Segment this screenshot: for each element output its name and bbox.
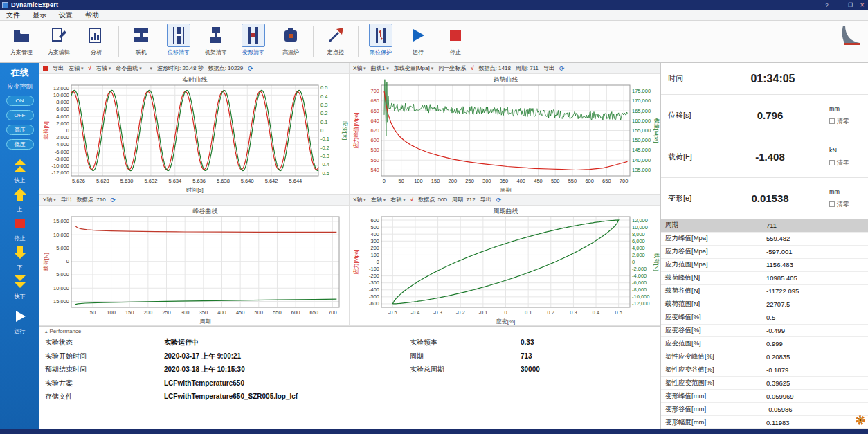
zero-control: 清零: [829, 117, 849, 126]
svg-text:8,000: 8,000: [56, 99, 69, 105]
stats-row[interactable]: 应变范围[%]0.999: [661, 337, 868, 350]
stats-row[interactable]: 塑性应变峰值[%]0.20835: [661, 350, 868, 363]
svg-text:155,000: 155,000: [632, 127, 651, 134]
stats-row[interactable]: 塑性应变范围[%]0.39625: [661, 377, 868, 390]
toolbar-button-label: 位移清零: [168, 48, 190, 56]
toolbar-button-run[interactable]: 运行: [400, 24, 436, 56]
toolbar-button-label: 停止: [450, 48, 461, 56]
checkmark-icon[interactable]: √: [88, 65, 91, 71]
svg-text:300: 300: [370, 238, 379, 244]
help-button[interactable]: ?: [821, 2, 833, 8]
refresh-icon[interactable]: ⟳: [496, 197, 502, 204]
toolbar-button-frame-zero[interactable]: 机架清零: [198, 24, 234, 56]
svg-text:-10,000: -10,000: [52, 163, 69, 169]
svg-text:峰谷曲线: 峰谷曲线: [193, 208, 218, 215]
svg-text:5,636: 5,636: [192, 178, 206, 184]
refresh-icon[interactable]: ⟳: [111, 197, 116, 204]
zero-checkbox[interactable]: [829, 118, 835, 124]
stats-value: 22707.5: [766, 300, 868, 308]
run-icon: [406, 24, 430, 47]
stats-row[interactable]: 应变峰值[%]0.5: [661, 311, 868, 325]
svg-text:640: 640: [370, 118, 379, 124]
checkmark-icon[interactable]: √: [471, 65, 473, 71]
settings-gear-icon[interactable]: [855, 415, 866, 427]
toolbar-button-connect[interactable]: 联机: [123, 24, 159, 56]
zero-control: 清零: [829, 200, 849, 209]
svg-text:时间[s]: 时间[s]: [186, 187, 203, 193]
stats-row[interactable]: 应力谷值[Mpa]-597.001: [661, 246, 868, 259]
jog-label: 运行: [15, 327, 26, 335]
zero-checkbox[interactable]: [829, 160, 835, 165]
chart-toolbar-label[interactable]: 导出: [61, 196, 72, 204]
toolbar-button-analysis[interactable]: 分析: [78, 24, 114, 56]
stats-row[interactable]: 变形谷值[mm]-0.05986: [661, 403, 868, 416]
toolbar-button-setpoint-control[interactable]: 定点控: [318, 24, 354, 56]
stats-row[interactable]: 载荷谷值[N]-11722.095: [661, 285, 868, 298]
svg-text:560: 560: [370, 157, 379, 163]
collapse-triangle-icon[interactable]: ▴: [45, 329, 48, 334]
maximize-button[interactable]: ❐: [844, 2, 856, 8]
chart-dropdown[interactable]: 命令曲线: [116, 64, 141, 72]
svg-text:-0.2: -0.2: [456, 309, 465, 316]
toolbar-button-deform-zero[interactable]: 变形清零: [235, 24, 271, 56]
minimize-button[interactable]: —: [833, 2, 844, 8]
jog-up-button[interactable]: 上: [12, 187, 28, 213]
chart-dropdown[interactable]: 右轴: [390, 196, 405, 204]
svg-text:160,000: 160,000: [632, 118, 651, 124]
toolbar-button-label: 运行: [413, 48, 424, 56]
jog-down-button[interactable]: 下: [12, 245, 28, 271]
stats-value: -0.05986: [766, 406, 868, 413]
stats-row[interactable]: 变形峰值[mm]0.059969: [661, 390, 868, 403]
svg-text:5,626: 5,626: [72, 178, 85, 184]
stats-row[interactable]: 载荷峰值[N]10985.405: [661, 272, 868, 285]
chart-toolbar-label[interactable]: 导出: [53, 64, 64, 72]
toolbar-button-displacement-zero[interactable]: 位移清零: [161, 24, 197, 56]
sidebar-button-on[interactable]: ON: [6, 96, 34, 106]
stats-row[interactable]: 周期711: [661, 219, 868, 233]
zero-checkbox[interactable]: [829, 201, 835, 207]
svg-text:10,000: 10,000: [632, 224, 648, 230]
chart-toolbar-label[interactable]: 导出: [480, 196, 491, 204]
jog-fast-up-button[interactable]: 快上: [12, 158, 28, 184]
toolbar-button-furnace[interactable]: 高温炉: [273, 24, 309, 56]
jog-run-button[interactable]: 运行: [12, 309, 28, 335]
chart-dropdown[interactable]: Y轴: [43, 196, 56, 204]
chart-dropdown[interactable]: 左轴: [69, 64, 83, 72]
sidebar-button-low-pressure[interactable]: 低压: [6, 139, 34, 150]
stats-row[interactable]: 载荷范围[N]22707.5: [661, 298, 868, 311]
stats-row[interactable]: 应力峰值[Mpa]559.482: [661, 233, 868, 246]
refresh-icon[interactable]: ⟳: [248, 65, 253, 72]
stats-row[interactable]: 塑性应变谷值[%]-0.1879: [661, 363, 868, 377]
toolbar-button-plan-manage[interactable]: 方案管理: [3, 24, 39, 56]
close-button[interactable]: ✕: [856, 2, 868, 8]
checkmark-icon[interactable]: √: [410, 197, 413, 203]
jog-fast-down-button[interactable]: 快下: [12, 274, 28, 300]
stats-row[interactable]: 变形幅度[mm]0.11983: [661, 416, 868, 429]
menu-item-0[interactable]: 文件: [0, 10, 26, 20]
toolbar-button-plan-edit[interactable]: 方案编辑: [41, 24, 77, 56]
stats-label: 载荷谷值[N]: [661, 287, 766, 296]
toolbar-button-stop[interactable]: 停止: [437, 24, 473, 56]
refresh-icon[interactable]: ⟳: [559, 65, 565, 72]
chart-dropdown[interactable]: 右轴: [96, 64, 111, 72]
menu-item-1[interactable]: 显示: [26, 10, 53, 20]
chart-dropdown[interactable]: -: [147, 65, 152, 71]
performance-left-column: 实验状态实验运行中实验开始时间2020-03-17 上午 9:00:21预期结束…: [45, 336, 410, 404]
chart-dropdown[interactable]: X轴: [353, 196, 366, 204]
chart-dropdown[interactable]: 曲线1: [371, 64, 389, 72]
stats-row[interactable]: 应力范围[Mpa]1156.483: [661, 259, 868, 272]
sidebar-button-off[interactable]: OFF: [6, 110, 34, 120]
jog-stop-button[interactable]: 停止: [12, 216, 28, 242]
menu-item-2[interactable]: 设置: [53, 10, 79, 20]
sidebar-button-high-pressure[interactable]: 高压: [6, 125, 34, 135]
chart-dropdown[interactable]: X轴: [353, 64, 366, 72]
furnace-icon: [279, 24, 302, 47]
chart-toolbar-label[interactable]: 导出: [543, 64, 554, 72]
menu-item-3[interactable]: 帮助: [79, 10, 105, 20]
toolbar-button-limit-protection[interactable]: 限位保护: [363, 24, 399, 56]
chart-dropdown[interactable]: 加载变量[Mpa]: [394, 64, 433, 72]
stats-row[interactable]: 应变谷值[%]-0.499: [661, 325, 868, 338]
perf-value: 2020-03-18 上午 10:15:30: [164, 363, 245, 377]
svg-text:0: 0: [377, 259, 379, 265]
chart-dropdown[interactable]: 左轴: [371, 196, 386, 204]
